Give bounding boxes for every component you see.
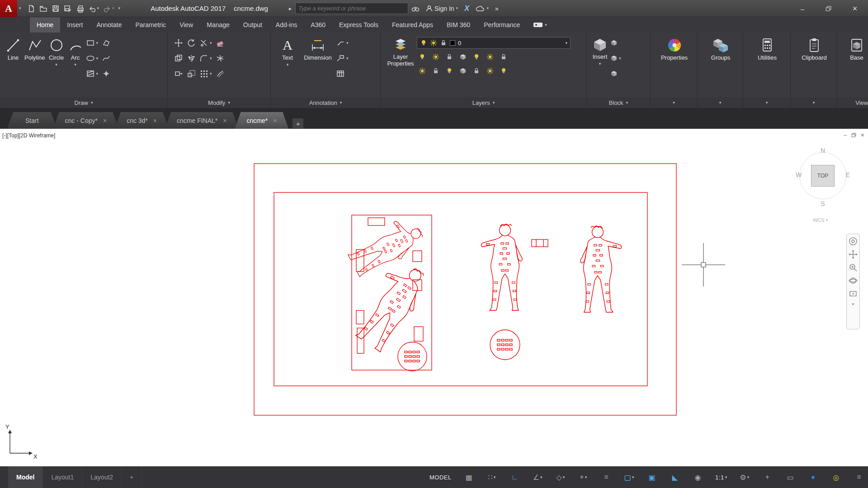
close-tab-icon[interactable]: ×	[153, 117, 157, 124]
workspace-caret-icon[interactable]: ▾	[747, 475, 750, 479]
dimension-button[interactable]: Dimension	[301, 35, 335, 61]
viewcube-east[interactable]: E	[846, 171, 850, 178]
workspace-button[interactable]: ⚙▾	[739, 470, 750, 484]
ortho-toggle[interactable]: ∟	[509, 470, 520, 484]
model-tab[interactable]: Model	[8, 466, 43, 488]
multileader-button[interactable]: ▾	[335, 52, 349, 65]
line-button[interactable]: Line	[4, 35, 23, 61]
model-space-button[interactable]: MODEL	[429, 470, 452, 484]
zoom-icon[interactable]	[849, 263, 858, 272]
file-tab-cncme-final[interactable]: cncme FINAL*×	[165, 112, 238, 129]
navigation-bar[interactable]: ▾	[846, 234, 860, 329]
create-block-button[interactable]	[609, 36, 622, 50]
showmotion-icon[interactable]	[849, 289, 858, 298]
ellipse-caret-icon[interactable]: ▾	[96, 56, 99, 61]
edit-block-button[interactable]: ▾	[609, 52, 622, 65]
tab-manage[interactable]: Manage	[200, 17, 236, 33]
object-snap-toggle[interactable]: ⌖▾	[578, 470, 589, 484]
edit-block-caret-icon[interactable]: ▾	[619, 56, 621, 61]
tablet-toggle[interactable]: ▭	[785, 470, 796, 484]
search-button[interactable]	[408, 0, 423, 17]
doc-restore-icon[interactable]	[851, 133, 856, 137]
properties-button[interactable]: Properties	[655, 35, 694, 61]
file-tab-start[interactable]: Start	[7, 112, 57, 129]
point-tool-button[interactable]	[101, 67, 112, 80]
leader-caret-icon[interactable]: ▾	[346, 41, 349, 45]
restore-button[interactable]	[816, 0, 842, 17]
new-layout-button[interactable]: +	[122, 466, 142, 488]
circle-button[interactable]: Circle ▾	[47, 35, 66, 67]
tab-annotate[interactable]: Annotate	[90, 17, 128, 33]
layer-delete-icon[interactable]	[473, 67, 480, 75]
layer-freeze-tool-icon[interactable]	[446, 53, 453, 61]
tab-parametric[interactable]: Parametric	[128, 17, 173, 33]
graphics-performance-toggle[interactable]: ●	[808, 470, 819, 484]
block-attributes-button[interactable]	[609, 67, 622, 80]
tab-addins[interactable]: Add-ins	[269, 17, 304, 33]
layer-properties-button[interactable]: Layer Properties	[384, 35, 417, 67]
toolbar-overflow-button[interactable]: »	[492, 0, 502, 17]
tab-bim360[interactable]: BIM 360	[440, 17, 477, 33]
tab-express-tools[interactable]: Express Tools	[332, 17, 385, 33]
close-tab-icon[interactable]: ×	[273, 117, 277, 124]
layer-fade-icon[interactable]	[486, 67, 494, 75]
redo-caret-icon[interactable]: ▾	[112, 6, 114, 10]
insert-button[interactable]: Insert ▾	[590, 35, 609, 66]
close-tab-icon[interactable]: ×	[103, 117, 107, 124]
lineweight-toggle[interactable]: ≡	[601, 470, 612, 484]
viewcube-north[interactable]: N	[795, 147, 851, 154]
layer-freeze-icon[interactable]	[430, 39, 437, 47]
polar-tracking-toggle[interactable]: ∠▾	[532, 470, 543, 484]
new-drawing-tab-button[interactable]: +	[292, 118, 304, 129]
doc-close-icon[interactable]: ×	[861, 131, 864, 139]
close-tab-icon[interactable]: ×	[223, 117, 226, 124]
drawing-canvas[interactable]: Y X [-][Top][2D Wireframe] – × N W E S T…	[0, 129, 868, 466]
layer-unlock-icon[interactable]	[500, 53, 507, 61]
rectangle-caret-icon[interactable]: ▾	[96, 41, 99, 45]
customization-button[interactable]: ≡	[854, 470, 864, 484]
layers-panel-footer[interactable]: Layers▾	[381, 97, 586, 108]
hatch-tool-button[interactable]: ▾	[85, 67, 99, 80]
navbar-more-caret-icon[interactable]: ▾	[852, 302, 854, 306]
autocad-logo[interactable]: A	[0, 0, 17, 17]
layer-isolate-icon[interactable]	[432, 53, 439, 61]
save-as-button[interactable]	[62, 3, 73, 14]
layer-select-caret-icon[interactable]: ▾	[565, 41, 567, 45]
polyline-button[interactable]: Polyline	[23, 35, 47, 61]
scale-button[interactable]	[186, 67, 197, 80]
copy-button[interactable]	[173, 52, 184, 65]
tab-a360[interactable]: A360	[304, 17, 332, 33]
tab-insert[interactable]: Insert	[60, 17, 90, 33]
osnap-caret-icon[interactable]: ▾	[585, 475, 587, 479]
arc-caret-icon[interactable]: ▾	[74, 63, 76, 67]
array-caret-icon[interactable]: ▾	[210, 72, 212, 76]
groups-panel-footer[interactable]: ▾	[698, 97, 743, 108]
layer-lock-icon[interactable]	[440, 39, 447, 47]
groups-button[interactable]: Groups	[702, 35, 740, 61]
layout2-tab[interactable]: Layout2	[82, 466, 122, 488]
dynamic-ucs-toggle[interactable]: ◣	[670, 470, 680, 484]
object-snap-3d-toggle[interactable]: ▣	[646, 470, 657, 484]
selection-cycling-toggle[interactable]: ▢▾	[624, 470, 635, 484]
layout1-tab[interactable]: Layout1	[43, 466, 82, 488]
plot-button[interactable]	[75, 3, 85, 14]
grid-toggle[interactable]: ▦	[463, 470, 474, 484]
spline-tool-button[interactable]	[101, 52, 112, 65]
selection-cycling-caret-icon[interactable]: ▾	[632, 475, 634, 479]
layer-color-swatch[interactable]	[450, 40, 455, 46]
doc-minimize-icon[interactable]: –	[844, 132, 847, 138]
viewcube-west[interactable]: W	[796, 171, 802, 178]
multileader-caret-icon[interactable]: ▾	[346, 56, 349, 61]
layer-on-icon[interactable]	[420, 39, 427, 47]
region-tool-button[interactable]	[101, 36, 112, 50]
close-button[interactable]: ×	[842, 0, 868, 17]
fillet-caret-icon[interactable]: ▾	[210, 56, 212, 61]
sign-in-button[interactable]: Sign In ▾	[423, 0, 461, 17]
annotation-add-button[interactable]: +	[762, 470, 773, 484]
layer-unisolate-icon[interactable]	[473, 53, 480, 61]
circle-caret-icon[interactable]: ▾	[55, 63, 57, 67]
layer-off-icon[interactable]	[419, 53, 426, 61]
annotation-scale-button[interactable]: 1:1▾	[715, 470, 727, 484]
snap-caret-icon[interactable]: ▾	[494, 475, 496, 479]
annotation-visibility-toggle[interactable]: ◉	[692, 470, 703, 484]
